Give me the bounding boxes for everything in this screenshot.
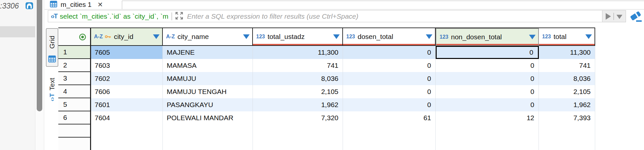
row-number[interactable]: 2 [58, 59, 91, 72]
grid-cell-total_ustadz-row1[interactable]: 11,300 [253, 46, 343, 59]
grid-icon [48, 55, 56, 64]
column-header-total[interactable]: 123total [539, 28, 595, 46]
grid-cell-total_ustadz-row4[interactable]: 2,105 [253, 85, 343, 98]
expand-icon[interactable] [175, 11, 184, 22]
grid-cell-non_dosen_total-row3[interactable]: 0 [436, 72, 539, 85]
close-icon[interactable]: ✕ [98, 1, 103, 9]
text-type-icon: A-Z [94, 34, 103, 40]
grid-cell-non_dosen_total-row2[interactable]: 0 [436, 59, 539, 72]
column-header-dosen_total[interactable]: 123dosen_total [343, 28, 436, 46]
eraser-icon[interactable] [630, 11, 643, 24]
column-filter-chevron-icon[interactable] [243, 34, 250, 39]
column-header-city_id[interactable]: A-Zcity_id [91, 28, 163, 46]
sql-text-icon: ‹›T [48, 93, 56, 101]
tabbar-empty-area [122, 1, 644, 9]
tab-title: m_cities 1 [61, 1, 92, 9]
key-icon [105, 34, 111, 39]
grid-cell-total-row5[interactable]: 1,962 [539, 98, 595, 111]
grid-cell-total_ustadz-row5[interactable]: 1,962 [253, 98, 343, 111]
grid-cell-city_id-row4[interactable]: 7606 [91, 85, 163, 98]
column-header-total_ustadz[interactable]: 123total_ustadz [253, 28, 343, 46]
column-filter-chevron-icon[interactable] [333, 34, 340, 39]
column-separator [162, 46, 163, 150]
table-row: 17605MAJENE11,3000011,300 [58, 46, 595, 59]
row-number[interactable]: 1 [58, 46, 91, 59]
empty-row-number[interactable] [58, 124, 91, 138]
empty-row [58, 124, 91, 138]
grid-cell-non_dosen_total-row5[interactable]: 0 [436, 98, 539, 111]
column-filter-chevron-icon[interactable] [153, 34, 160, 39]
grid-cell-dosen_total-row2[interactable]: 0 [343, 59, 436, 72]
grid-cell-city_id-row3[interactable]: 7602 [91, 72, 163, 85]
column-separator [253, 46, 253, 150]
grid-tab-label: Grid [48, 36, 56, 49]
grid-cell-total-row3[interactable]: 8,036 [539, 72, 595, 85]
table-row: 37602MAMUJU8,036008,036 [58, 72, 595, 85]
column-label: dosen_total [358, 33, 393, 41]
text-type-icon: A-Z [166, 34, 175, 40]
grid-cell-city_name-row4[interactable]: MAMUJU TENGAH [163, 85, 253, 98]
empty-row-number[interactable] [58, 138, 91, 150]
grid-cell-city_name-row5[interactable]: PASANGKAYU [163, 98, 253, 111]
filter-input[interactable]: Enter a SQL expression to filter results… [187, 12, 602, 20]
grid-cell-total-row2[interactable]: 741 [539, 59, 595, 72]
numeric-type-icon: 123 [542, 34, 551, 40]
grid-cell-city_id-row1[interactable]: 7605 [91, 46, 163, 59]
grid-cell-total_ustadz-row2[interactable]: 741 [253, 59, 343, 72]
grid-cell-city_name-row2[interactable]: MAMASA [163, 59, 253, 72]
grid-cell-city_id-row5[interactable]: 7601 [91, 98, 163, 111]
grid-cell-city_id-row2[interactable]: 7603 [91, 59, 163, 72]
tab-grid-presentation[interactable]: Grid [46, 28, 58, 67]
grid-cell-total-row1[interactable]: 11,300 [539, 46, 595, 59]
grid-cell-dosen_total-row3[interactable]: 0 [343, 72, 436, 85]
filter-sql-text[interactable]: select `m_cities`.`id` as `city_id`, `m [60, 12, 168, 20]
empty-row [58, 138, 91, 150]
grid-corner-cell[interactable] [58, 28, 91, 46]
navigator-scrollbar-thumb[interactable] [37, 0, 42, 111]
chevron-down-icon[interactable] [616, 15, 622, 19]
row-number[interactable]: 5 [58, 98, 91, 111]
grid-cell-total_ustadz-row3[interactable]: 8,036 [253, 72, 343, 85]
grid-cell-dosen_total-row6[interactable]: 61 [343, 111, 436, 124]
text-tab-label: Text [48, 78, 56, 91]
tab-text-presentation[interactable]: Text ‹›T [46, 69, 58, 106]
grid-cell-dosen_total-row4[interactable]: 0 [343, 85, 436, 98]
grid-cell-total-row4[interactable]: 2,105 [539, 85, 595, 98]
grid-cell-non_dosen_total-row6[interactable]: 12 [436, 111, 539, 124]
column-label: total [554, 33, 567, 41]
grid-cell-total-row6[interactable]: 7,393 [539, 111, 595, 124]
column-filter-chevron-icon[interactable] [426, 34, 432, 39]
column-separator [595, 46, 595, 150]
numeric-type-icon: 123 [346, 34, 355, 40]
row-number[interactable]: 3 [58, 72, 91, 85]
column-separator [435, 46, 436, 150]
sql-expression-icon: ‹›T [51, 12, 58, 20]
filter-button-separator [614, 13, 614, 20]
grid-cell-dosen_total-row5[interactable]: 0 [343, 98, 436, 111]
column-separator [539, 46, 539, 150]
grid-cell-city_name-row1[interactable]: MAJENE [163, 46, 253, 59]
grid-cell-dosen_total-row1[interactable]: 0 [343, 46, 436, 59]
gutter-right-border [90, 28, 91, 150]
result-tab-m-cities-1[interactable]: m_cities 1 ✕ [48, 0, 105, 9]
column-filter-chevron-icon[interactable] [529, 35, 536, 39]
grid-cell-total_ustadz-row6[interactable]: 7,320 [253, 111, 343, 124]
column-label: total_ustadz [268, 33, 305, 41]
grid-cell-non_dosen_total-row1[interactable]: 0 [436, 46, 539, 59]
column-label: city_name [178, 33, 209, 41]
column-label: non_dosen_total [451, 33, 502, 41]
connection-host-label: :3306 [0, 2, 25, 10]
play-icon[interactable] [606, 13, 611, 20]
grid-cell-city_name-row6[interactable]: POLEWALI MANDAR [163, 111, 253, 124]
column-filter-chevron-icon[interactable] [585, 34, 592, 39]
numeric-type-icon: 123 [440, 34, 448, 40]
filter-buttons [602, 10, 626, 22]
grid-cell-city_id-row6[interactable]: 7604 [91, 111, 163, 124]
column-header-city_name[interactable]: A-Zcity_name [163, 28, 253, 46]
row-number[interactable]: 4 [58, 85, 91, 98]
grid-cell-city_name-row3[interactable]: MAMUJU [163, 72, 253, 85]
column-header-non_dosen_total[interactable]: 123non_dosen_total [436, 28, 539, 46]
row-number[interactable]: 6 [58, 111, 91, 124]
navigator-selected-item[interactable] [0, 26, 35, 37]
grid-cell-non_dosen_total-row4[interactable]: 0 [436, 85, 539, 98]
